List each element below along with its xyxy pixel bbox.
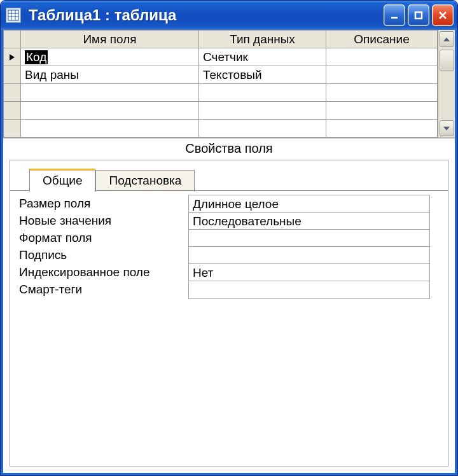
close-button[interactable] xyxy=(432,4,454,26)
property-pane: Общие Подстановка Размер поля Новые знач… xyxy=(10,160,448,466)
client-area: Имя поля Тип данных Описание Код Счетчик… xyxy=(1,30,457,475)
prop-label: Формат поля xyxy=(17,229,188,246)
prop-value[interactable] xyxy=(189,230,429,247)
col-data-type[interactable]: Тип данных xyxy=(199,31,326,48)
window: Таблица1 : таблица xyxy=(0,0,458,476)
cell-field-name[interactable]: Вид раны xyxy=(21,66,199,84)
minimize-button[interactable] xyxy=(384,4,405,26)
prop-label: Смарт-теги xyxy=(17,281,188,298)
current-row-icon xyxy=(8,53,16,61)
prop-value[interactable] xyxy=(189,247,429,264)
design-grid[interactable]: Имя поля Тип данных Описание Код Счетчик… xyxy=(3,30,438,137)
svg-rect-6 xyxy=(415,12,422,18)
property-values: Длинное целое Последовательные Нет xyxy=(188,195,430,299)
corner-cell[interactable] xyxy=(4,31,21,48)
cell-field-name[interactable] xyxy=(21,84,199,102)
tab-lookup[interactable]: Подстановка xyxy=(95,170,195,192)
col-description[interactable]: Описание xyxy=(326,31,438,48)
chevron-down-icon xyxy=(443,125,450,132)
table-icon xyxy=(6,8,21,23)
scroll-down-button[interactable] xyxy=(440,120,454,136)
maximize-button[interactable] xyxy=(408,4,429,26)
scroll-up-button[interactable] xyxy=(440,31,454,47)
table-row[interactable]: Код Счетчик xyxy=(4,48,438,66)
window-title: Таблица1 : таблица xyxy=(29,6,384,24)
window-controls xyxy=(384,4,454,26)
row-selector[interactable] xyxy=(4,66,21,84)
tab-strip: Общие Подстановка xyxy=(10,160,448,191)
selected-text[interactable]: Код xyxy=(25,50,48,64)
col-field-name[interactable]: Имя поля xyxy=(21,31,199,48)
svg-marker-10 xyxy=(443,38,450,41)
cell-data-type[interactable] xyxy=(199,102,326,120)
svg-rect-0 xyxy=(8,10,18,20)
prop-value[interactable]: Длинное целое xyxy=(189,195,429,213)
cell-data-type[interactable]: Счетчик xyxy=(199,48,326,66)
prop-value[interactable] xyxy=(189,281,429,298)
design-grid-wrap: Имя поля Тип данных Описание Код Счетчик… xyxy=(3,30,455,138)
prop-value[interactable]: Нет xyxy=(189,264,429,281)
property-body: Размер поля Новые значения Формат поля П… xyxy=(10,191,448,305)
cell-data-type[interactable] xyxy=(199,120,326,137)
cell-description[interactable] xyxy=(326,102,438,120)
cell-description[interactable] xyxy=(326,66,438,84)
cell-field-name[interactable] xyxy=(21,120,199,137)
chevron-up-icon xyxy=(443,36,450,43)
table-row[interactable] xyxy=(4,84,438,102)
cell-data-type[interactable]: Текстовый xyxy=(199,66,326,84)
cell-field-name[interactable]: Код xyxy=(21,48,199,66)
table-row[interactable]: Вид раны Текстовый xyxy=(4,66,438,84)
prop-value[interactable]: Последовательные xyxy=(189,213,429,230)
svg-marker-9 xyxy=(10,54,15,60)
vertical-scrollbar[interactable] xyxy=(438,30,455,137)
prop-label: Индексированное поле xyxy=(17,263,188,281)
prop-label: Подпись xyxy=(17,246,188,263)
tab-general[interactable]: Общие xyxy=(29,169,95,192)
cell-description[interactable] xyxy=(326,120,438,137)
cell-field-name[interactable] xyxy=(21,102,199,120)
field-properties-label: Свойства поля xyxy=(3,138,455,160)
row-selector[interactable] xyxy=(4,84,21,102)
row-selector-current[interactable] xyxy=(4,48,21,66)
table-row[interactable] xyxy=(4,102,438,120)
table-row[interactable] xyxy=(4,120,438,137)
header-row: Имя поля Тип данных Описание xyxy=(4,31,438,48)
row-selector[interactable] xyxy=(4,102,21,120)
svg-marker-11 xyxy=(443,127,450,130)
property-labels: Размер поля Новые значения Формат поля П… xyxy=(17,195,188,299)
prop-label: Размер поля xyxy=(17,195,188,212)
prop-label: Новые значения xyxy=(17,212,188,229)
titlebar[interactable]: Таблица1 : таблица xyxy=(1,1,457,30)
cell-description[interactable] xyxy=(326,48,438,66)
cell-data-type[interactable] xyxy=(199,84,326,102)
row-selector[interactable] xyxy=(4,120,21,137)
scroll-thumb[interactable] xyxy=(440,50,454,71)
cell-description[interactable] xyxy=(326,84,438,102)
